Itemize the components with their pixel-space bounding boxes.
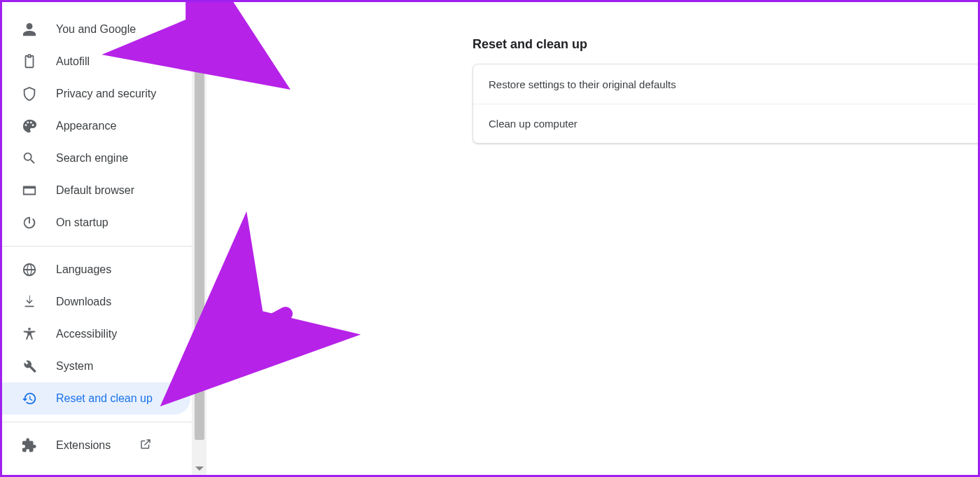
- sidebar-item-label: Default browser: [56, 184, 134, 197]
- main-content: Reset and clean up Restore settings to t…: [206, 2, 978, 475]
- sidebar-item-on-startup[interactable]: On startup: [2, 207, 192, 239]
- sidebar-item-search-engine[interactable]: Search engine: [2, 142, 192, 174]
- person-icon: [22, 22, 37, 37]
- search-icon: [22, 151, 37, 166]
- extension-icon: [22, 438, 37, 453]
- sidebar-item-reset-clean-up[interactable]: Reset and clean up: [2, 382, 190, 415]
- row-label: Clean up computer: [489, 118, 578, 130]
- sidebar-item-label: Autofill: [56, 55, 90, 68]
- sidebar-item-label: Privacy and security: [56, 88, 156, 100]
- wrench-icon: [22, 359, 37, 374]
- globe-icon: [22, 262, 37, 277]
- accessibility-icon: [22, 326, 37, 342]
- open-external-icon: [139, 438, 152, 453]
- sidebar-item-autofill[interactable]: Autofill: [2, 46, 192, 78]
- sidebar-item-downloads[interactable]: Downloads: [2, 286, 192, 318]
- sidebar-item-languages[interactable]: Languages: [2, 254, 192, 286]
- sidebar-item-privacy-security[interactable]: Privacy and security: [2, 78, 192, 110]
- clipboard-icon: [22, 54, 37, 69]
- download-icon: [22, 294, 37, 310]
- row-clean-up-computer[interactable]: Clean up computer: [473, 104, 980, 143]
- history-icon: [22, 391, 37, 406]
- sidebar-item-you-and-google[interactable]: You and Google: [2, 13, 192, 46]
- sidebar-item-label: Search engine: [56, 152, 128, 165]
- sidebar-item-label: Languages: [56, 263, 111, 276]
- sidebar-item-default-browser[interactable]: Default browser: [2, 174, 192, 207]
- browser-icon: [22, 183, 37, 198]
- power-icon: [22, 215, 37, 230]
- row-restore-defaults[interactable]: Restore settings to their original defau…: [473, 64, 980, 104]
- scrollbar-thumb[interactable]: [195, 16, 204, 440]
- sidebar-item-label: On startup: [56, 216, 108, 229]
- sidebar-item-label: System: [56, 360, 93, 373]
- sidebar-item-appearance[interactable]: Appearance: [2, 110, 192, 142]
- sidebar-item-label: Reset and clean up: [56, 392, 153, 405]
- sidebar-item-label: Extensions: [56, 439, 111, 452]
- sidebar-item-accessibility[interactable]: Accessibility: [2, 318, 192, 350]
- row-label: Restore settings to their original defau…: [489, 78, 676, 90]
- palette-icon: [22, 118, 37, 134]
- sidebar-divider: [2, 422, 192, 422]
- reset-cleanup-card: Restore settings to their original defau…: [472, 64, 980, 144]
- sidebar-item-system[interactable]: System: [2, 350, 192, 382]
- shield-icon: [22, 86, 37, 102]
- sidebar-item-label: Accessibility: [56, 328, 117, 340]
- scroll-up-arrow-icon[interactable]: [195, 6, 204, 11]
- sidebar-scrollbar[interactable]: [192, 2, 206, 475]
- sidebar-item-extensions[interactable]: Extensions: [2, 429, 192, 462]
- sidebar-divider: [2, 246, 192, 247]
- sidebar-item-label: Appearance: [56, 120, 116, 132]
- settings-sidebar: You and Google Autofill Privacy and secu…: [2, 2, 192, 475]
- scroll-down-arrow-icon[interactable]: [195, 466, 204, 471]
- sidebar-item-label: Downloads: [56, 296, 111, 308]
- section-title: Reset and clean up: [472, 37, 587, 52]
- sidebar-item-label: You and Google: [56, 23, 136, 36]
